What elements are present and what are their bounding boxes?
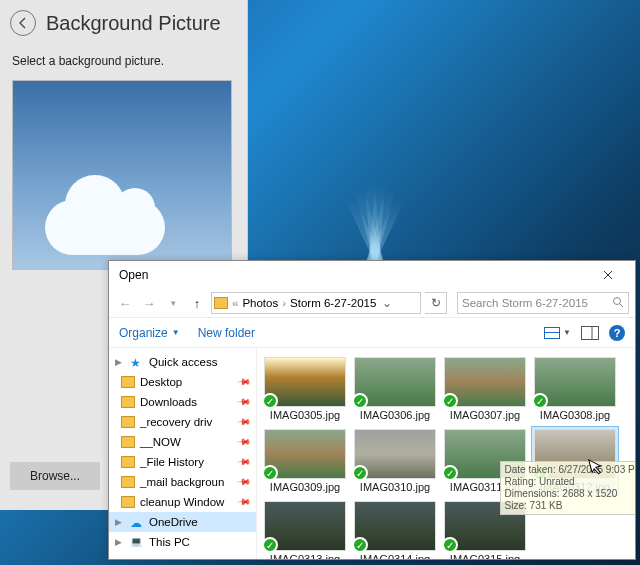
pin-icon: 📌 xyxy=(237,435,252,450)
expand-icon[interactable]: ▶ xyxy=(115,357,125,367)
sync-check-icon: ✓ xyxy=(352,537,368,553)
sidebar-item-label: Quick access xyxy=(149,356,217,368)
sidebar-item-label: _recovery driv xyxy=(140,416,212,428)
file-thumbnail[interactable]: ✓IMAG0308.jpg xyxy=(531,354,619,424)
nav-back-button[interactable]: ← xyxy=(115,293,135,313)
file-name: IMAG0313.jpg xyxy=(270,553,340,559)
file-name: IMAG0305.jpg xyxy=(270,409,340,421)
sidebar-item[interactable]: ▶💻This PC xyxy=(109,532,256,552)
breadcrumb-part[interactable]: Storm 6-27-2015 xyxy=(290,297,376,309)
sidebar-item-label: __NOW xyxy=(140,436,181,448)
sidebar-item[interactable]: ▶★Quick access xyxy=(109,352,256,372)
address-dropdown[interactable]: ⌄ xyxy=(378,296,396,310)
sidebar-item-label: OneDrive xyxy=(149,516,198,528)
search-icon xyxy=(612,296,624,310)
sync-check-icon: ✓ xyxy=(442,393,458,409)
nav-recent-button[interactable]: ▾ xyxy=(163,293,183,313)
help-button[interactable]: ? xyxy=(609,325,625,341)
sync-check-icon: ✓ xyxy=(262,537,278,553)
chevron-down-icon: ▼ xyxy=(172,328,180,337)
sidebar-item[interactable]: _File History📌 xyxy=(109,452,256,472)
panel-title: Background Picture xyxy=(46,12,221,35)
close-button[interactable] xyxy=(587,264,629,286)
sidebar-item-label: _File History xyxy=(140,456,204,468)
organize-menu[interactable]: Organize ▼ xyxy=(119,326,180,340)
sync-check-icon: ✓ xyxy=(262,393,278,409)
file-name: IMAG0315.jpg xyxy=(450,553,520,559)
sync-check-icon: ✓ xyxy=(442,465,458,481)
sidebar-item-label: cleanup Window xyxy=(140,496,224,508)
breadcrumb-part[interactable]: Photos xyxy=(242,297,278,309)
breadcrumb-overflow[interactable]: « xyxy=(232,297,238,309)
refresh-button[interactable]: ↻ xyxy=(425,292,447,314)
folder-icon xyxy=(121,436,135,448)
file-name: IMAG0310.jpg xyxy=(360,481,430,493)
file-thumbnail[interactable]: ✓IMAG0306.jpg xyxy=(351,354,439,424)
search-input[interactable]: Search Storm 6-27-2015 xyxy=(457,292,629,314)
sidebar-item-label: Desktop xyxy=(140,376,182,388)
back-button[interactable] xyxy=(10,10,36,36)
file-thumbnail[interactable]: ✓IMAG0313.jpg xyxy=(261,498,349,559)
pin-icon: 📌 xyxy=(237,455,252,470)
pin-icon: 📌 xyxy=(237,495,252,510)
file-name: IMAG0314.jpg xyxy=(360,553,430,559)
folder-icon xyxy=(121,396,135,408)
organize-label: Organize xyxy=(119,326,168,340)
pin-icon: 📌 xyxy=(237,375,252,390)
cloud-graphic xyxy=(45,200,165,255)
nav-up-button[interactable]: ↑ xyxy=(187,293,207,313)
preview-pane-button[interactable] xyxy=(581,326,599,340)
sidebar-item[interactable]: ▶☁OneDrive xyxy=(109,512,256,532)
file-thumbnail[interactable]: ✓IMAG0312.jpgDate taken: 6/27/2015 9:03 … xyxy=(531,426,619,496)
sidebar-item-label: Downloads xyxy=(140,396,197,408)
file-thumbnail[interactable]: ✓IMAG0309.jpg xyxy=(261,426,349,496)
star-icon: ★ xyxy=(130,356,144,368)
panel-subtitle: Select a background picture. xyxy=(0,44,247,76)
file-thumbnail[interactable]: ✓IMAG0307.jpg xyxy=(441,354,529,424)
file-thumbnail[interactable]: ✓IMAG0305.jpg xyxy=(261,354,349,424)
sidebar-item[interactable]: Downloads📌 xyxy=(109,392,256,412)
file-name: IMAG0307.jpg xyxy=(450,409,520,421)
dialog-titlebar[interactable]: Open xyxy=(109,261,635,289)
sidebar-item[interactable]: Desktop📌 xyxy=(109,372,256,392)
sync-check-icon: ✓ xyxy=(262,465,278,481)
file-name: IMAG0309.jpg xyxy=(270,481,340,493)
dialog-title: Open xyxy=(119,268,148,282)
open-file-dialog: Open ← → ▾ ↑ « Photos › Storm 6-27-2015 … xyxy=(108,260,636,560)
sidebar-item[interactable]: _mail backgroun📌 xyxy=(109,472,256,492)
file-thumbnail[interactable]: ✓IMAG0314.jpg xyxy=(351,498,439,559)
view-mode-button[interactable]: ▼ xyxy=(544,327,571,339)
file-pane[interactable]: ✓IMAG0305.jpg✓IMAG0306.jpg✓IMAG0307.jpg✓… xyxy=(257,348,635,559)
sync-check-icon: ✓ xyxy=(442,537,458,553)
sidebar-item[interactable]: __NOW📌 xyxy=(109,432,256,452)
file-name: IMAG0308.jpg xyxy=(540,409,610,421)
sidebar-item[interactable]: _recovery driv📌 xyxy=(109,412,256,432)
sidebar-item-label: _mail backgroun xyxy=(140,476,224,488)
folder-icon xyxy=(121,476,135,488)
new-folder-button[interactable]: New folder xyxy=(198,326,255,340)
sidebar: ▶★Quick accessDesktop📌Downloads📌_recover… xyxy=(109,348,257,559)
folder-icon xyxy=(121,376,135,388)
svg-point-0 xyxy=(614,298,621,305)
expand-icon[interactable]: ▶ xyxy=(115,517,125,527)
sidebar-item[interactable]: cleanup Window📌 xyxy=(109,492,256,512)
svg-line-1 xyxy=(620,304,623,307)
sync-check-icon: ✓ xyxy=(352,393,368,409)
pc-icon: 💻 xyxy=(130,536,144,548)
thumbnails-icon xyxy=(544,327,560,339)
chevron-down-icon: ▼ xyxy=(563,328,571,337)
pin-icon: 📌 xyxy=(237,395,252,410)
nav-forward-button[interactable]: → xyxy=(139,293,159,313)
search-placeholder: Search Storm 6-27-2015 xyxy=(462,297,588,309)
expand-icon[interactable]: ▶ xyxy=(115,537,125,547)
onedrive-icon: ☁ xyxy=(130,516,144,528)
breadcrumb-sep-icon: › xyxy=(282,297,286,309)
pin-icon: 📌 xyxy=(237,475,252,490)
sync-check-icon: ✓ xyxy=(352,465,368,481)
folder-icon xyxy=(121,456,135,468)
browse-button[interactable]: Browse... xyxy=(10,462,100,490)
background-preview[interactable] xyxy=(12,80,232,270)
file-tooltip: Date taken: 6/27/2015 9:03 PMRating: Unr… xyxy=(500,461,635,515)
file-thumbnail[interactable]: ✓IMAG0310.jpg xyxy=(351,426,439,496)
address-bar[interactable]: « Photos › Storm 6-27-2015 ⌄ xyxy=(211,292,421,314)
